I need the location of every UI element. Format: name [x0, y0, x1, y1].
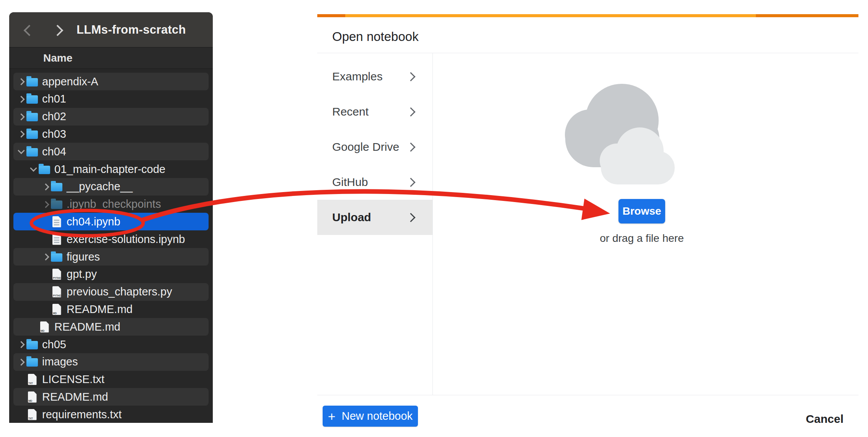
sidebar-item-upload[interactable]: Upload	[317, 200, 432, 235]
loading-bar-segment-left	[317, 14, 345, 17]
chevron-right-icon	[406, 72, 415, 81]
twistie-spacer	[41, 217, 51, 226]
file-type-badge: MD	[53, 312, 57, 315]
expand-icon[interactable]	[41, 182, 51, 191]
tree-row[interactable]: ch04	[13, 143, 209, 160]
drag-hint-text: or drag a file here	[596, 232, 688, 245]
file-name: exercise-solutions.ipynb	[67, 233, 185, 246]
expand-icon[interactable]	[41, 252, 51, 261]
folder-icon	[51, 183, 62, 191]
file-name: requirements.txt	[42, 408, 122, 421]
twistie-spacer	[17, 410, 26, 419]
tree-row[interactable]: appendix-A	[13, 73, 209, 90]
file-name: README.md	[54, 321, 120, 333]
file-browser-window: LLMs-from-scratch Name appendix-Ach01ch0…	[9, 12, 213, 423]
name-column-header[interactable]: Name	[9, 47, 213, 69]
collapse-icon[interactable]	[29, 165, 38, 174]
tree-row[interactable]: ch04.ipynb	[13, 213, 209, 230]
file-name: previous_chapters.py	[67, 285, 172, 298]
folder-icon	[26, 341, 38, 349]
tree-row[interactable]: PYTHONgpt.py	[13, 266, 209, 283]
tree-row[interactable]: PYTHONprevious_chapters.py	[13, 283, 209, 301]
file-icon: PYTHON	[52, 286, 61, 297]
tree-row[interactable]: images	[13, 353, 209, 371]
folder-icon	[26, 95, 38, 104]
expand-icon[interactable]	[17, 357, 26, 367]
file-type-badge: MD	[28, 399, 32, 403]
expand-icon[interactable]	[17, 95, 26, 104]
file-name: appendix-A	[42, 75, 98, 88]
expand-icon[interactable]	[17, 112, 26, 121]
sidebar-item-examples[interactable]: Examples	[317, 59, 432, 94]
file-type-badge: MD	[41, 329, 44, 333]
file-icon: TXT	[28, 374, 37, 385]
tree-row[interactable]: TXTLICENSE.txt	[13, 371, 209, 388]
loading-bar-segment-right	[756, 14, 858, 17]
tree-row[interactable]: MDREADME.md	[13, 318, 209, 336]
folder-icon	[26, 358, 38, 367]
sidebar-item-label: Examples	[332, 70, 383, 83]
upload-drop-zone[interactable]: Browse or drag a file here	[433, 53, 858, 395]
file-icon: MD	[28, 391, 37, 403]
tree-row[interactable]: .ipynb_checkpoints	[13, 196, 209, 213]
expand-icon[interactable]	[41, 200, 51, 209]
chevron-right-icon	[406, 178, 415, 187]
file-type-badge: PYTHON	[53, 294, 63, 297]
collapse-icon[interactable]	[17, 147, 26, 156]
folder-icon	[51, 253, 62, 262]
sidebar-item-label: GitHub	[332, 176, 368, 189]
footer-divider	[317, 395, 858, 395]
file-name: LICENSE.txt	[42, 373, 104, 386]
new-notebook-label: New notebook	[342, 410, 413, 422]
file-icon	[52, 216, 61, 227]
twistie-spacer	[41, 270, 51, 279]
file-name: ch04.ipynb	[67, 215, 120, 228]
expand-icon[interactable]	[17, 77, 26, 86]
file-name: __pycache__	[67, 180, 133, 193]
twistie-spacer	[41, 287, 51, 297]
tree-row[interactable]: ch02	[13, 108, 209, 126]
dialog-title: Open notebook	[332, 29, 419, 44]
tree-row[interactable]: ch05	[13, 336, 209, 353]
tree-row[interactable]: ch01	[13, 90, 209, 108]
file-name: ch01	[42, 93, 66, 105]
sidebar-item-label: Recent	[332, 105, 369, 118]
sidebar-item-google-drive[interactable]: Google Drive	[317, 129, 432, 165]
folder-icon	[26, 113, 38, 121]
cancel-button[interactable]: Cancel	[804, 412, 846, 426]
file-icon: TXT	[28, 409, 37, 420]
expand-icon[interactable]	[17, 340, 26, 349]
tree-row[interactable]: MDREADME.md	[13, 388, 209, 406]
file-name: ch05	[42, 338, 66, 351]
sidebar-item-github[interactable]: GitHub	[317, 165, 432, 200]
file-name: images	[42, 355, 78, 368]
open-notebook-dialog: Open notebook ExamplesRecentGoogle Drive…	[317, 14, 858, 437]
tree-row[interactable]: figures	[13, 248, 209, 266]
file-name: ch04	[42, 145, 66, 158]
file-name: ch03	[42, 128, 66, 140]
file-icon	[52, 234, 61, 245]
loading-bar-segment-middle	[345, 14, 756, 17]
file-type-badge: TXT	[28, 417, 33, 420]
folder-icon	[26, 148, 38, 157]
tree-row[interactable]: MDREADME.md	[13, 300, 209, 318]
file-name: README.md	[42, 391, 108, 403]
back-chevron-icon[interactable]	[24, 25, 35, 36]
file-list: appendix-Ach01ch02ch03ch0401_main-chapte…	[9, 69, 213, 423]
folder-icon	[51, 201, 62, 209]
tree-row[interactable]: TXTrequirements.txt	[13, 406, 209, 423]
file-browser-titlebar: LLMs-from-scratch	[9, 12, 213, 47]
browse-button[interactable]: Browse	[618, 199, 665, 223]
chevron-right-icon	[406, 213, 415, 222]
new-notebook-button[interactable]: + New notebook	[323, 406, 418, 427]
tree-row[interactable]: 01_main-chapter-code	[13, 160, 209, 178]
sidebar-item-recent[interactable]: Recent	[317, 94, 432, 129]
tree-row[interactable]: exercise-solutions.ipynb	[13, 230, 209, 248]
chevron-right-icon	[406, 142, 415, 152]
forward-chevron-icon[interactable]	[52, 25, 64, 36]
tree-row[interactable]: __pycache__	[13, 178, 209, 196]
expand-icon[interactable]	[17, 129, 26, 139]
twistie-spacer	[17, 375, 26, 384]
screenshot-canvas: LLMs-from-scratch Name appendix-Ach01ch0…	[0, 0, 868, 437]
tree-row[interactable]: ch03	[13, 125, 209, 143]
